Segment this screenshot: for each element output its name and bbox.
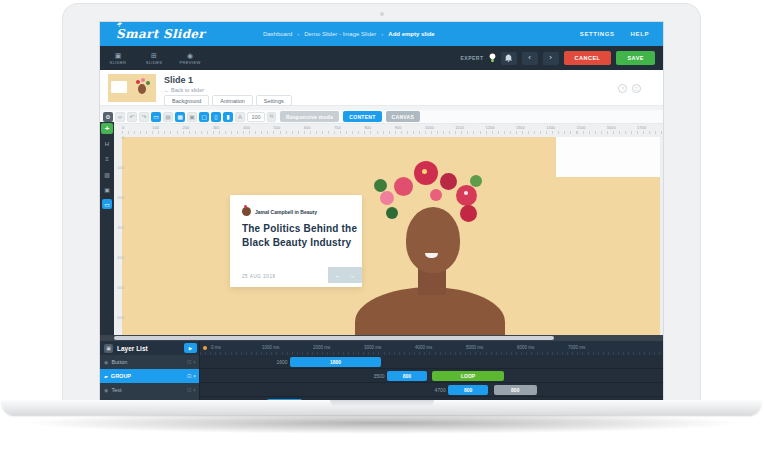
- layer-item-text[interactable]: ◉Text⊡×: [100, 383, 200, 397]
- timeline-bar[interactable]: 1800: [290, 357, 382, 367]
- breadcrumb-item[interactable]: Demo Slider - Image Slider: [304, 31, 376, 37]
- thumb-card: [111, 81, 127, 93]
- h-ruler-label: 200: [183, 125, 190, 130]
- h-ruler-label: 100: [152, 125, 159, 130]
- guides-icon[interactable]: ▦: [175, 112, 185, 122]
- help-icon[interactable]: ?: [618, 84, 627, 93]
- timeline-rows: ◉Button⊡×16001800▰GROUP⊡×3500800LOOP◉Tex…: [100, 355, 663, 400]
- bar-start-label: 3500: [355, 373, 385, 379]
- mobile-icon[interactable]: ▮: [223, 112, 233, 122]
- h-ruler-label: 1200: [486, 125, 495, 130]
- save-button[interactable]: SAVE: [616, 51, 655, 65]
- text-tool[interactable]: ≡: [102, 154, 112, 164]
- duplicate-layer-icon[interactable]: ⊡: [187, 373, 191, 379]
- layer-name: Button: [111, 359, 127, 365]
- link-icon[interactable]: ∞: [115, 112, 125, 122]
- slide-canvas[interactable]: Jamal Campbell in Beauty The Politics Be…: [122, 137, 660, 335]
- top-navbar: ☂Smart Slider Dashboard›Demo Slider - Im…: [100, 22, 663, 46]
- shortcuts-icon[interactable]: ▢: [632, 84, 641, 93]
- tab-animation[interactable]: Animation: [212, 95, 252, 106]
- timeline-bar[interactable]: LOOP: [432, 371, 503, 381]
- redo-button[interactable]: ›: [543, 52, 559, 65]
- duplicate-layer-icon[interactable]: ⊡: [187, 387, 191, 393]
- play-animations-button[interactable]: ▶: [184, 343, 197, 353]
- lightbulb-toggle-icon[interactable]: [489, 49, 496, 67]
- slider-icon: ▣: [115, 52, 122, 59]
- canvas-mode-button[interactable]: CANVAS: [386, 111, 421, 122]
- layer-item-button[interactable]: ◉Button⊡×: [100, 355, 200, 369]
- timeline-bar[interactable]: 800: [387, 371, 428, 381]
- notifications-button[interactable]: [501, 52, 517, 65]
- slide-header: Slide 1 ← Back to slider BackgroundAnima…: [100, 70, 663, 106]
- redo-icon[interactable]: ↷: [139, 112, 149, 122]
- timeline-bar[interactable]: 800: [494, 385, 537, 395]
- folder-icon[interactable]: ▰: [104, 373, 108, 379]
- zoom-input[interactable]: [247, 112, 265, 122]
- h-ruler-label: 900: [395, 125, 402, 130]
- timeline-time-label: 5000 ms: [466, 345, 483, 350]
- slides-button[interactable]: ⊞SLIDES: [136, 46, 172, 70]
- canvas-horizontal-scrollbar[interactable]: [114, 336, 554, 340]
- card-category: Jamal Campbell in Beauty: [255, 209, 317, 215]
- slide-thumbnail[interactable]: [108, 74, 156, 102]
- ruler-icon[interactable]: ▤: [163, 112, 173, 122]
- undo-icon[interactable]: ↶: [127, 112, 137, 122]
- duplicate-layer-icon[interactable]: ⊡: [187, 359, 191, 365]
- slide-text-card[interactable]: Jamal Campbell in Beauty The Politics Be…: [230, 195, 362, 287]
- prev-arrow-button[interactable]: ←: [335, 272, 342, 279]
- button-tool[interactable]: ▭: [102, 199, 112, 209]
- app-logo[interactable]: ☂Smart Slider: [116, 27, 205, 41]
- delete-layer-icon[interactable]: ×: [193, 387, 196, 393]
- eye-icon[interactable]: ◉: [104, 359, 108, 365]
- responsive-mode-button[interactable]: Responsive mode: [280, 111, 339, 122]
- layer-tool-sidebar: +H≡▨▣▭: [100, 122, 114, 335]
- bar-start-label: 1600: [258, 359, 288, 365]
- card-title[interactable]: The Politics Behind the Black Beauty Ind…: [242, 222, 358, 250]
- preview-button[interactable]: ◉PREVIEW: [172, 46, 208, 70]
- slider-button[interactable]: ▣SLIDER: [100, 46, 136, 70]
- layer-name: Text: [111, 387, 121, 393]
- h-ruler-label: 1100: [455, 125, 464, 130]
- settings-icon[interactable]: ⚙: [103, 112, 113, 122]
- text-scale-icon[interactable]: A: [235, 112, 245, 122]
- desktop-icon[interactable]: ▭: [151, 112, 161, 122]
- tab-settings[interactable]: Settings: [256, 95, 292, 106]
- video-tool[interactable]: ▣: [102, 184, 112, 194]
- undo-button[interactable]: ‹: [522, 52, 538, 65]
- breadcrumb-item[interactable]: Dashboard: [263, 31, 292, 37]
- h-ruler-label: 500: [274, 125, 281, 130]
- back-to-slider-link[interactable]: ← Back to slider: [164, 87, 204, 93]
- cancel-button[interactable]: CANCEL: [564, 51, 612, 65]
- slider-button-label: SLIDER: [110, 60, 127, 65]
- v-ruler-label: 400: [115, 255, 124, 260]
- timeline-playhead[interactable]: [203, 346, 207, 350]
- timeline-time-label: 7000 ms: [568, 345, 585, 350]
- settings-link[interactable]: SETTINGS: [580, 31, 615, 37]
- timeline-row-text: ◉Text⊡×4700800800: [100, 383, 663, 397]
- eye-icon[interactable]: ◉: [104, 387, 108, 393]
- tab-background[interactable]: Background: [164, 95, 209, 106]
- content-mode-button[interactable]: CONTENT: [343, 111, 381, 122]
- view-switcher: ▣SLIDER⊞SLIDES◉PREVIEW: [100, 46, 208, 70]
- monitor-icon[interactable]: ▢: [199, 112, 209, 122]
- zoom-unit-button[interactable]: %: [267, 112, 276, 122]
- editor-canvas[interactable]: Jamal Campbell in Beauty The Politics Be…: [100, 134, 663, 335]
- timeline-bar[interactable]: 800: [448, 385, 489, 395]
- next-arrow-button[interactable]: →: [349, 272, 356, 279]
- h-ruler-label: 0: [122, 125, 124, 130]
- heading-tool[interactable]: H: [102, 139, 112, 149]
- v-ruler-label: 300: [115, 225, 124, 230]
- help-link[interactable]: HELP: [631, 31, 649, 37]
- timeline-header: ▣ Layer List ▶ 0 ms1000 ms2000 ms3000 ms…: [100, 341, 663, 355]
- image-tool[interactable]: ▨: [102, 169, 112, 179]
- delete-layer-icon[interactable]: ×: [193, 373, 196, 379]
- snap-icon[interactable]: ▣: [187, 112, 197, 122]
- horizontal-ruler: 0100200300400500600700800900100011001200…: [114, 124, 663, 134]
- tablet-icon[interactable]: ▯: [211, 112, 221, 122]
- delete-layer-icon[interactable]: ×: [193, 359, 196, 365]
- timeline-time-label: 0 ms: [211, 345, 221, 350]
- v-ruler-label: 0: [115, 135, 124, 140]
- layer-item-group[interactable]: ▰GROUP⊡×: [100, 369, 200, 383]
- layer-actions: ⊡×: [187, 373, 199, 379]
- add-layer-button[interactable]: +: [101, 123, 113, 134]
